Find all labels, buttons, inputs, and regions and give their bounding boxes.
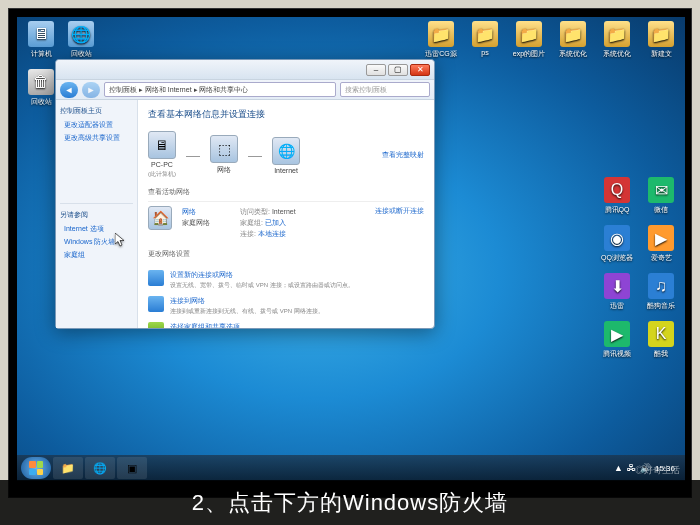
desktop-app-icon[interactable]: ♫酷狗音乐 [641, 273, 681, 311]
maximize-button[interactable]: ▢ [388, 64, 408, 76]
arrow-icon: — [186, 147, 200, 163]
internet-icon: 🌐 [272, 137, 300, 165]
arrow-icon: — [248, 147, 262, 163]
desktop-app-icon[interactable]: ⬇迅雷 [597, 273, 637, 311]
taskbar-app-icon[interactable]: 🌐 [85, 457, 115, 479]
task-icon [148, 270, 164, 286]
task-icon [148, 322, 164, 328]
taskbar-app-icon[interactable]: ▣ [117, 457, 147, 479]
minimize-button[interactable]: – [366, 64, 386, 76]
sidebar-link-adapter[interactable]: 更改适配器设置 [64, 120, 133, 130]
close-button[interactable]: ✕ [410, 64, 430, 76]
desktop-icon-computer[interactable]: 🖥计算机 [21, 21, 61, 59]
desktop-folder[interactable]: 📁exp的图片 [509, 21, 549, 59]
task-item[interactable]: 设置新的连接或网络设置无线、宽带、拨号、临时或 VPN 连接；或设置路由器或访问… [148, 267, 424, 293]
section-header: 查看活动网络 [148, 187, 424, 197]
breadcrumb[interactable]: 控制面板 ▸ 网络和 Internet ▸ 网络和共享中心 [104, 82, 336, 97]
desktop-app-icon[interactable]: ◉QQ浏览器 [597, 225, 637, 263]
view-full-map-link[interactable]: 查看完整映射 [382, 150, 424, 160]
control-panel-window: – ▢ ✕ ◄ ► 控制面板 ▸ 网络和 Internet ▸ 网络和共享中心 … [55, 59, 435, 329]
home-network-icon: 🏠 [148, 206, 172, 230]
desktop-folder[interactable]: 📁系统优化 [553, 21, 593, 59]
desktop-icon-network[interactable]: 🌐回收站 [61, 21, 101, 59]
desktop-app-icon[interactable]: Q腾讯QQ [597, 177, 637, 215]
sidebar-link-homegroup[interactable]: 家庭组 [64, 250, 133, 260]
sidebar-link-windows-firewall[interactable]: Windows 防火墙 [64, 237, 133, 247]
desktop-folder[interactable]: 📁迅雷CG源 [421, 21, 461, 59]
pc-icon: 🖥 [148, 131, 176, 159]
main-content: 查看基本网络信息并设置连接 🖥PC-PC(此计算机) — ⬚网络 — 🌐Inte… [138, 100, 434, 328]
task-icon [148, 296, 164, 312]
start-button[interactable] [21, 457, 51, 479]
desktop-app-icon[interactable]: ✉微信 [641, 177, 681, 215]
tray-icon[interactable]: ▲ [614, 463, 623, 473]
network-icon: ⬚ [210, 135, 238, 163]
desktop-app-icon[interactable]: K酷我 [641, 321, 681, 359]
watermark: ◎好奇生活 [635, 464, 680, 477]
sidebar-link-internet-options[interactable]: Internet 选项 [64, 224, 133, 234]
monitor-bezel: 🖥计算机 🌐回收站 🗑回收站 📁迅雷CG源 📁ps 📁exp的图片 📁系统优化 … [8, 8, 692, 498]
sidebar-footer-header: 另请参阅 [60, 210, 133, 220]
active-network-detail: 🏠 网络 家庭网络 访问类型: Internet 家庭组: 已加入 连接: 本地… [148, 201, 424, 243]
desktop-app-icon[interactable]: ▶爱奇艺 [641, 225, 681, 263]
address-bar: ◄ ► 控制面板 ▸ 网络和 Internet ▸ 网络和共享中心 搜索控制面板 [56, 80, 434, 100]
taskbar-explorer-icon[interactable]: 📁 [53, 457, 83, 479]
forward-button[interactable]: ► [82, 82, 100, 98]
task-item[interactable]: 连接到网络连接到或重新连接到无线、有线、拨号或 VPN 网络连接。 [148, 293, 424, 319]
task-item[interactable]: 选择家庭组和共享选项访问位于其他网络计算机上的文件和打印机，或更改共享设置。 [148, 319, 424, 328]
search-input[interactable]: 搜索控制面板 [340, 82, 430, 97]
section-header: 更改网络设置 [148, 249, 424, 259]
sidebar-header: 控制面板主页 [60, 106, 133, 116]
taskbar[interactable]: 📁 🌐 ▣ ▲ 🖧 🔊 15:36 [17, 455, 685, 481]
desktop-folder[interactable]: 📁新建文 [641, 21, 681, 59]
back-button[interactable]: ◄ [60, 82, 78, 98]
connect-link[interactable]: 连接或断开连接 [375, 206, 424, 239]
task-list: 设置新的连接或网络设置无线、宽带、拨号、临时或 VPN 连接；或设置路由器或访问… [148, 267, 424, 328]
sidebar: 控制面板主页 更改适配器设置 更改高级共享设置 另请参阅 Internet 选项… [56, 100, 138, 328]
desktop-folder[interactable]: 📁ps [465, 21, 505, 56]
network-map-row: 🖥PC-PC(此计算机) — ⬚网络 — 🌐Internet 查看完整映射 [148, 127, 424, 183]
network-name[interactable]: 网络 [182, 206, 210, 217]
desktop-app-icon[interactable]: ▶腾讯视频 [597, 321, 637, 359]
sidebar-link-sharing[interactable]: 更改高级共享设置 [64, 133, 133, 143]
desktop[interactable]: 🖥计算机 🌐回收站 🗑回收站 📁迅雷CG源 📁ps 📁exp的图片 📁系统优化 … [17, 17, 685, 481]
page-title: 查看基本网络信息并设置连接 [148, 108, 424, 121]
desktop-folder[interactable]: 📁系统优化 [597, 21, 637, 59]
video-subtitle: 2、点击下方的Windows防火墙 [0, 480, 700, 525]
titlebar[interactable]: – ▢ ✕ [56, 60, 434, 80]
